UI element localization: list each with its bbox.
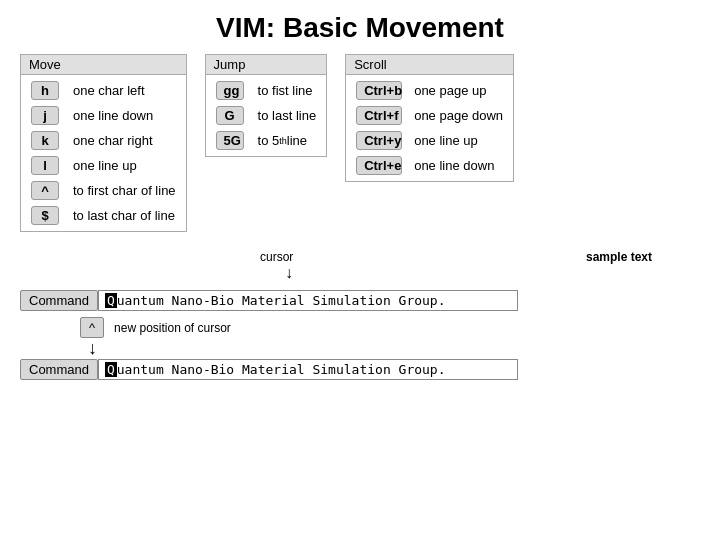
key-dollar: $	[27, 204, 63, 227]
demo-section: cursor ↓ sample text Command Quantum Nan…	[20, 250, 700, 380]
scroll-section: Scroll Ctrl+b one page up Ctrl+f one pag…	[345, 54, 514, 182]
desc-caret: to first char of line	[69, 179, 180, 202]
cmd-badge-2: Command	[20, 359, 98, 380]
demo-line-2: Quantum Nano-Bio Material Simulation Gro…	[98, 359, 518, 380]
hat-row: ^ new position of cursor	[20, 317, 700, 338]
key-k: k	[27, 129, 63, 152]
page-title: VIM: Basic Movement	[0, 0, 720, 54]
desc-k: one char right	[69, 129, 180, 152]
new-pos-arrow-icon: ↓	[88, 338, 700, 359]
move-header: Move	[21, 55, 186, 75]
demo-row-2: Command Quantum Nano-Bio Material Simula…	[20, 359, 700, 380]
hat-badge: ^	[80, 317, 104, 338]
key-h: h	[27, 79, 63, 102]
key-ctrly: Ctrl+y	[352, 129, 404, 152]
demo-text-2: uantum Nano-Bio Material Simulation Grou…	[117, 362, 446, 377]
jump-header: Jump	[206, 55, 327, 75]
desc-G: to last line	[254, 104, 321, 127]
demo-line-1: Quantum Nano-Bio Material Simulation Gro…	[98, 290, 518, 311]
caret-char-1: Q	[105, 293, 117, 308]
desc-ctrle: one line down	[410, 154, 507, 177]
key-ctrle: Ctrl+e	[352, 154, 404, 177]
key-ctrlb: Ctrl+b	[352, 79, 404, 102]
demo-row-1: Command Quantum Nano-Bio Material Simula…	[20, 290, 700, 311]
desc-dollar: to last char of line	[69, 204, 180, 227]
key-l: l	[27, 154, 63, 177]
desc-gg: to fist line	[254, 79, 321, 102]
cmd-badge-1: Command	[20, 290, 98, 311]
new-pos-label: new position of cursor	[114, 321, 231, 335]
key-ctrlf: Ctrl+f	[352, 104, 404, 127]
cursor-arrow-icon: ↓	[285, 264, 293, 282]
key-5G: 5G	[212, 129, 248, 152]
desc-5G: to 5th line	[254, 129, 321, 152]
cursor-label: cursor	[260, 250, 293, 264]
desc-ctrly: one line up	[410, 129, 507, 152]
scroll-table: Ctrl+b one page up Ctrl+f one page down …	[346, 75, 513, 181]
sample-text-label: sample text	[586, 250, 652, 264]
key-caret: ^	[27, 179, 63, 202]
desc-ctrlf: one page down	[410, 104, 507, 127]
move-table: h one char left j one line down k one ch…	[21, 75, 186, 231]
jump-table: gg to fist line G to last line 5G to 5th…	[206, 75, 327, 156]
scroll-header: Scroll	[346, 55, 513, 75]
key-j: j	[27, 104, 63, 127]
caret-char-2: Q	[105, 362, 117, 377]
move-section: Move h one char left j one line down k o…	[20, 54, 187, 232]
key-gg: gg	[212, 79, 248, 102]
desc-ctrlb: one page up	[410, 79, 507, 102]
desc-h: one char left	[69, 79, 180, 102]
desc-j: one line down	[69, 104, 180, 127]
jump-section: Jump gg to fist line G to last line 5G t…	[205, 54, 328, 157]
demo-text-1: uantum Nano-Bio Material Simulation Grou…	[117, 293, 446, 308]
desc-l: one line up	[69, 154, 180, 177]
key-G: G	[212, 104, 248, 127]
